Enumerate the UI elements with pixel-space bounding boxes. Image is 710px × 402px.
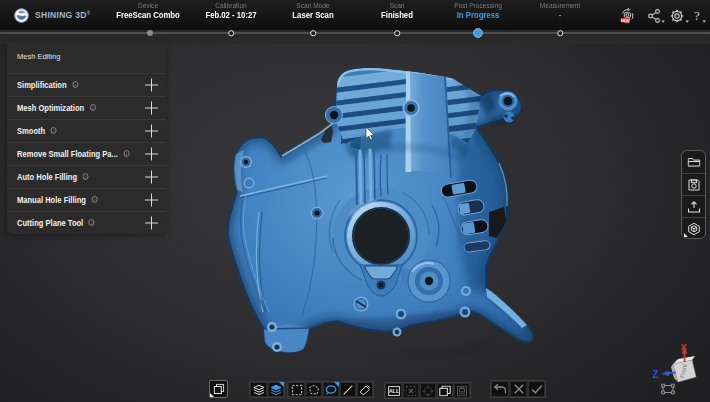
svg-text:NEW: NEW: [621, 19, 630, 23]
svg-text:X: X: [681, 341, 688, 352]
svg-text:?: ?: [694, 8, 700, 23]
svg-text:Z: Z: [653, 369, 659, 380]
svg-text:ALL: ALL: [388, 388, 399, 394]
